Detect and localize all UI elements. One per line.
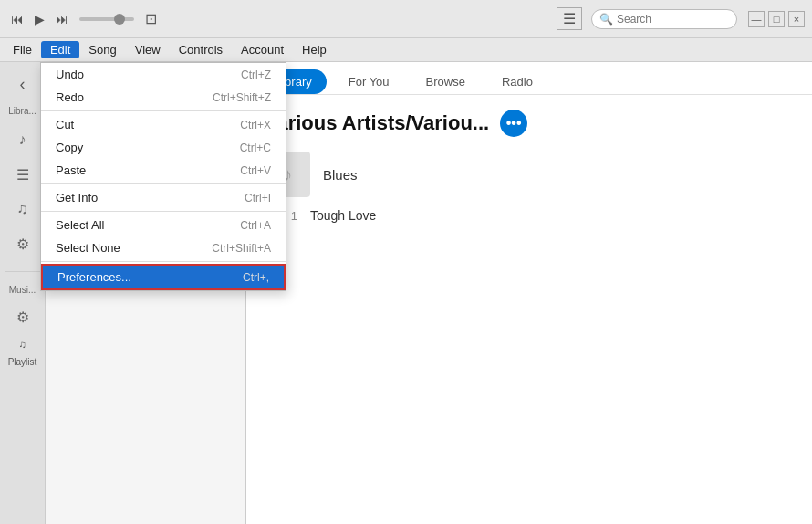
sidebar-playlist-item[interactable]: ♫ bbox=[15, 337, 29, 351]
search-icon: 🔍 bbox=[599, 13, 613, 26]
playlist-icon: ♫ bbox=[18, 339, 26, 350]
edit-dropdown-menu: UndoCtrl+Z RedoCtrl+Shift+Z CutCtrl+X Co… bbox=[40, 62, 286, 291]
volume-slider[interactable] bbox=[79, 17, 134, 21]
menu-file[interactable]: File bbox=[4, 41, 41, 58]
track-name-1: Tough Love bbox=[310, 208, 376, 223]
search-box[interactable]: 🔍 bbox=[591, 9, 737, 29]
album-title: Blues bbox=[323, 167, 358, 183]
play-button[interactable]: ▶ bbox=[31, 10, 48, 28]
separator-3 bbox=[41, 211, 286, 212]
rewind-button[interactable]: ⏮ bbox=[7, 10, 27, 28]
content-area: Library For You Browse Radio Various Art… bbox=[246, 62, 812, 524]
sidebar-gear-icon[interactable]: ⚙ bbox=[6, 229, 39, 258]
sidebar-back-button[interactable]: ‹ bbox=[6, 71, 39, 97]
sidebar-playlist-label: Playlist bbox=[8, 357, 37, 367]
separator-2 bbox=[41, 183, 286, 184]
volume-thumb bbox=[114, 14, 125, 25]
menu-select-none[interactable]: Select NoneCtrl+Shift+A bbox=[41, 236, 286, 259]
sidebar-music-label: Musi... bbox=[7, 283, 37, 297]
menu-select-all[interactable]: Select AllCtrl+A bbox=[41, 214, 286, 236]
menu-get-info[interactable]: Get InfoCtrl+I bbox=[41, 186, 286, 209]
menu-account[interactable]: Account bbox=[232, 41, 293, 58]
tab-for-you[interactable]: For You bbox=[334, 69, 404, 94]
menu-copy[interactable]: CopyCtrl+C bbox=[41, 136, 286, 159]
search-input[interactable] bbox=[617, 13, 726, 26]
album-section: ♪ Blues 1 Tough Love bbox=[246, 144, 812, 234]
sidebar-list-icon[interactable]: ☰ bbox=[6, 160, 39, 189]
artist-name: Various Artists/Variou... bbox=[265, 111, 489, 135]
menu-paste[interactable]: PasteCtrl+V bbox=[41, 159, 286, 182]
transport-controls: ⏮ ▶ ⏭ ⊡ bbox=[7, 10, 157, 28]
minimize-button[interactable]: — bbox=[748, 11, 765, 27]
artist-header: Various Artists/Variou... ••• bbox=[246, 95, 812, 144]
menu-edit[interactable]: Edit bbox=[41, 41, 79, 58]
title-bar: ⏮ ▶ ⏭ ⊡ ☰ 🔍 — □ × bbox=[0, 0, 812, 38]
menu-controls[interactable]: Controls bbox=[170, 41, 232, 58]
album-row: ♪ Blues bbox=[265, 152, 794, 197]
maximize-button[interactable]: □ bbox=[768, 11, 785, 27]
playlist-view-button[interactable]: ☰ bbox=[557, 7, 582, 30]
menu-song[interactable]: Song bbox=[79, 41, 125, 58]
more-options-button[interactable]: ••• bbox=[500, 110, 527, 137]
tab-bar: Library For You Browse Radio bbox=[246, 62, 812, 95]
sidebar-settings-button[interactable]: ⚙ bbox=[6, 302, 39, 331]
fast-forward-button[interactable]: ⏭ bbox=[52, 10, 72, 28]
sidebar: ‹ Libra... ♪ ☰ ♫ ⚙ Musi... ⚙ ♫ Playlist bbox=[0, 62, 46, 524]
menu-help[interactable]: Help bbox=[293, 41, 336, 58]
separator-1 bbox=[41, 110, 286, 111]
close-button[interactable]: × bbox=[788, 11, 805, 27]
tab-browse[interactable]: Browse bbox=[411, 69, 480, 94]
menu-redo[interactable]: RedoCtrl+Shift+Z bbox=[41, 86, 286, 109]
menu-view[interactable]: View bbox=[126, 41, 170, 58]
menu-undo[interactable]: UndoCtrl+Z bbox=[41, 63, 286, 86]
menu-preferences[interactable]: Preferences...Ctrl+, bbox=[41, 264, 286, 290]
sidebar-music-icon[interactable]: ♪ bbox=[6, 125, 39, 154]
separator-4 bbox=[41, 261, 286, 262]
sidebar-library-label: Libra... bbox=[6, 102, 38, 120]
sidebar-note-icon[interactable]: ♫ bbox=[6, 194, 39, 224]
menu-bar: File Edit Song View Controls Account Hel… bbox=[0, 38, 812, 62]
airplay-button[interactable]: ⊡ bbox=[145, 10, 157, 27]
menu-cut[interactable]: CutCtrl+X bbox=[41, 113, 286, 136]
tab-radio[interactable]: Radio bbox=[487, 69, 547, 94]
track-row-1: 1 Tough Love bbox=[265, 204, 794, 226]
window-controls: ☰ 🔍 — □ × bbox=[557, 7, 805, 30]
